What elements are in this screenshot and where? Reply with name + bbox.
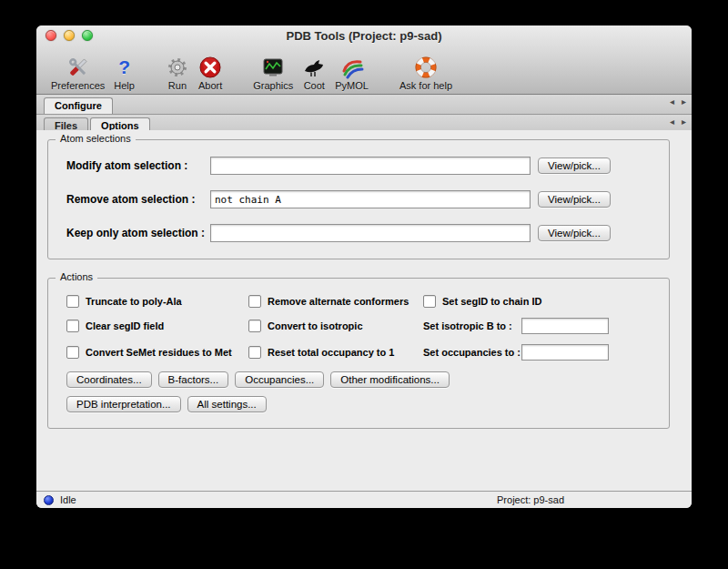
zoom-window-button[interactable] <box>82 30 93 41</box>
coot-bird-icon <box>302 55 326 79</box>
checkbox-set-segid-to-chain-id[interactable]: Set segID to chain ID <box>423 295 656 308</box>
actions-grid: Truncate to poly-Ala Remove alternate co… <box>66 295 656 361</box>
set-isotropic-b-field: Set isotropic B to : <box>423 318 656 334</box>
actions-buttons-row-1: Coordinates... B-factors... Occupancies.… <box>66 371 656 388</box>
set-occupancies-label: Set occupancies to : <box>423 347 521 358</box>
toolbar-abort-button[interactable]: Abort <box>198 55 222 91</box>
b-factors-button[interactable]: B-factors... <box>158 371 229 388</box>
occupancies-button[interactable]: Occupancies... <box>235 371 324 388</box>
minimize-window-button[interactable] <box>64 30 75 41</box>
toolbar-ask-for-help-button[interactable]: Ask for help <box>399 55 452 91</box>
options-panel: Atom selections Modify atom selection : … <box>36 130 692 491</box>
actions-group: Actions Truncate to poly-Ala Remove alte… <box>47 278 670 429</box>
toolbar-graphics-button[interactable]: Graphics <box>253 55 293 91</box>
toolbar-abort-label: Abort <box>198 80 222 91</box>
traffic-lights <box>36 30 93 41</box>
abort-x-icon <box>198 55 222 79</box>
window-header: PDB Tools (Project: p9-sad) <box>36 25 692 95</box>
checkbox-remove-alternate-conformers[interactable]: Remove alternate conformers <box>248 295 423 308</box>
window-title: PDB Tools (Project: p9-sad) <box>36 29 692 43</box>
status-led-icon <box>44 495 54 505</box>
toolbar-run-button[interactable]: Run <box>166 55 189 91</box>
view-pick-remove-button[interactable]: View/pick... <box>538 191 611 208</box>
set-occupancies-field: Set occupancies to : <box>423 344 656 361</box>
toolbar-help-button[interactable]: ? Help <box>114 55 135 91</box>
all-settings-button[interactable]: All settings... <box>187 396 267 412</box>
keep-only-atom-selection-label: Keep only atom selection : <box>66 227 210 239</box>
tab-scroll-right-icon[interactable]: ▸ <box>682 97 686 107</box>
remove-atom-selection-label: Remove atom selection : <box>66 193 210 206</box>
tab-scroll-left-icon[interactable]: ◂ <box>670 97 674 107</box>
toolbar-coot-label: Coot <box>304 80 325 91</box>
keep-only-atom-selection-row: Keep only atom selection : View/pick... <box>66 224 656 242</box>
other-modifications-button[interactable]: Other modifications... <box>330 371 450 388</box>
actions-group-title: Actions <box>56 271 97 282</box>
modify-atom-selection-input[interactable] <box>210 157 531 175</box>
secondary-tab-scroll: ◂ ▸ <box>670 117 686 127</box>
tools-icon <box>66 55 90 79</box>
actions-buttons-row-2: PDB interpretation... All settings... <box>66 396 656 412</box>
checkbox-icon[interactable] <box>423 295 436 308</box>
checkbox-icon[interactable] <box>248 295 261 308</box>
view-pick-modify-button[interactable]: View/pick... <box>538 157 611 174</box>
app-window: PDB Tools (Project: p9-sad) <box>36 25 692 508</box>
checkbox-icon[interactable] <box>66 295 79 308</box>
toolbar-preferences-button[interactable]: Preferences <box>51 55 105 91</box>
tab-scroll-left-icon[interactable]: ◂ <box>670 117 674 127</box>
toolbar-preferences-label: Preferences <box>51 80 105 91</box>
checkbox-convert-semet-to-met[interactable]: Convert SeMet residues to Met <box>66 346 248 359</box>
project-label: Project: p9-sad <box>497 494 564 505</box>
toolbar-pymol-button[interactable]: PyMOL <box>335 55 369 91</box>
toolbar-coot-button[interactable]: Coot <box>302 55 326 91</box>
tab-configure[interactable]: Configure <box>44 97 113 114</box>
pdb-interpretation-button[interactable]: PDB interpretation... <box>66 396 181 412</box>
toolbar-graphics-label: Graphics <box>253 80 293 91</box>
view-pick-keep-button[interactable]: View/pick... <box>538 225 611 241</box>
keep-only-atom-selection-input[interactable] <box>210 224 531 242</box>
checkbox-reset-total-occupancy[interactable]: Reset total occupancy to 1 <box>248 346 423 359</box>
checkbox-clear-segid-field[interactable]: Clear segID field <box>66 320 248 332</box>
toolbar-pymol-label: PyMOL <box>335 80 369 91</box>
desktop: { "window": { "title": "PDB Tools (Proje… <box>0 0 728 569</box>
checkbox-convert-to-isotropic[interactable]: Convert to isotropic <box>248 320 423 332</box>
checkbox-icon[interactable] <box>66 320 79 332</box>
pymol-ribbon-icon <box>340 55 364 79</box>
checkbox-icon[interactable] <box>66 346 79 359</box>
status-bar: Idle Project: p9-sad <box>36 491 692 508</box>
checkbox-icon[interactable] <box>248 320 261 332</box>
toolbar-help-label: Help <box>114 80 135 91</box>
set-occupancies-input[interactable] <box>521 344 609 361</box>
primary-tab-scroll: ◂ ▸ <box>670 97 686 107</box>
status-text: Idle <box>60 494 76 505</box>
remove-atom-selection-input[interactable] <box>210 190 531 208</box>
life-ring-icon <box>414 55 438 79</box>
set-isotropic-b-label: Set isotropic B to : <box>423 320 521 331</box>
title-bar[interactable]: PDB Tools (Project: p9-sad) <box>36 25 692 46</box>
tab-scroll-right-icon[interactable]: ▸ <box>682 117 686 127</box>
modify-atom-selection-label: Modify atom selection : <box>66 159 210 172</box>
checkbox-truncate-poly-ala[interactable]: Truncate to poly-Ala <box>66 295 248 308</box>
graphics-display-icon <box>261 55 285 79</box>
checkbox-icon[interactable] <box>248 346 261 359</box>
gear-icon <box>166 55 189 79</box>
question-mark-icon: ? <box>118 55 130 79</box>
remove-atom-selection-row: Remove atom selection : View/pick... <box>66 190 656 208</box>
modify-atom-selection-row: Modify atom selection : View/pick... <box>66 157 656 175</box>
toolbar-run-label: Run <box>168 80 187 91</box>
atom-selections-group-title: Atom selections <box>56 133 136 144</box>
primary-tab-strip: Configure ◂ ▸ <box>36 95 692 115</box>
close-window-button[interactable] <box>46 30 56 41</box>
toolbar: Preferences ? Help Run <box>36 46 692 94</box>
atom-selections-group: Atom selections Modify atom selection : … <box>47 139 670 259</box>
coordinates-button[interactable]: Coordinates... <box>66 371 152 388</box>
set-isotropic-b-input[interactable] <box>521 318 609 334</box>
toolbar-ask-for-help-label: Ask for help <box>399 80 452 91</box>
